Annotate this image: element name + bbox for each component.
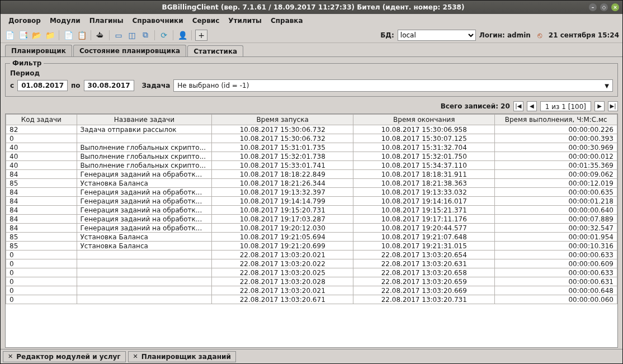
window-blue-icon[interactable]: ▭ — [113, 30, 124, 41]
cell: 10.08.2017 15:34:37.110 — [353, 161, 495, 170]
add-tab-button[interactable]: + — [195, 30, 207, 41]
from-date-input[interactable]: 01.08.2017 — [17, 80, 68, 91]
cell: Генерация заданий на обработк... — [77, 224, 212, 233]
menu-directories[interactable]: Справочники — [129, 16, 187, 26]
tab-planner[interactable]: Планировщик — [5, 45, 72, 56]
table-row[interactable]: 022.08.2017 13:03:20.02522.08.2017 13:03… — [6, 268, 617, 277]
table-row[interactable]: 84Генерация заданий на обработк...10.08.… — [6, 197, 617, 206]
page-next-button[interactable]: ▶ — [594, 101, 605, 111]
menu-utilities[interactable]: Утилиты — [225, 16, 265, 26]
table-row[interactable]: 85Установка Баланса10.08.2017 19:21:05.6… — [6, 233, 617, 242]
cell: Выполнение глобальных скрипто... — [77, 152, 212, 161]
table-row[interactable]: 82Задача отправки рассылок10.08.2017 15:… — [6, 125, 617, 134]
cell: 10.08.2017 19:13:32.397 — [212, 188, 353, 197]
cell: 85 — [6, 233, 77, 242]
cell: 10.08.2017 19:21:05.694 — [212, 233, 353, 242]
cell: 00:00:12.019 — [495, 179, 617, 188]
table-row[interactable]: 022.08.2017 13:03:20.67122.08.2017 13:03… — [6, 295, 617, 304]
col-task-id[interactable]: Код задачи — [6, 115, 77, 125]
col-duration[interactable]: Время выполнения, Ч:М:С.мс — [495, 115, 617, 125]
cell: 10.08.2017 15:31:01.735 — [212, 143, 353, 152]
minimize-button[interactable]: – — [589, 3, 597, 11]
cell: 0 — [6, 259, 77, 268]
cell: Установка Баланса — [77, 179, 212, 188]
db-select[interactable]: local — [398, 30, 476, 41]
cell: 22.08.2017 13:03:20.028 — [212, 277, 353, 286]
tab-planner-state[interactable]: Состояние планировщика — [73, 45, 186, 56]
menu-modules[interactable]: Модули — [46, 16, 84, 26]
bottom-tab-planner[interactable]: ✕ Планировщик заданий — [128, 351, 236, 362]
table-body: 82Задача отправки рассылок10.08.2017 15:… — [6, 125, 617, 304]
table-row[interactable]: 022.08.2017 13:03:20.02122.08.2017 13:03… — [6, 286, 617, 295]
table-row[interactable]: 010.08.2017 15:30:06.73210.08.2017 15:30… — [6, 134, 617, 143]
cell: 00:00:01.218 — [495, 197, 617, 206]
cell: Установка Баланса — [77, 242, 212, 250]
close-icon[interactable]: ✕ — [133, 353, 138, 360]
page-prev-button[interactable]: ◀ — [527, 101, 537, 111]
col-end-time[interactable]: Время окончания — [353, 115, 495, 125]
col-start-time[interactable]: Время запуска — [212, 115, 353, 125]
table-row[interactable]: 022.08.2017 13:03:20.02822.08.2017 13:03… — [6, 277, 617, 286]
user-icon[interactable]: 👤 — [177, 30, 188, 41]
tab-statistics[interactable]: Статистика — [187, 45, 243, 57]
task-select[interactable]: Не выбрано (id = -1) ▼ — [173, 79, 613, 92]
cell: Генерация заданий на обработк... — [77, 188, 212, 197]
file-copy-icon[interactable]: 📋 — [76, 30, 87, 41]
menu-help[interactable]: Справка — [267, 16, 306, 26]
cell: 0 — [6, 277, 77, 286]
cell: 10.08.2017 19:14:14.799 — [212, 197, 353, 206]
page-first-button[interactable]: |◀ — [513, 101, 523, 111]
menu-service[interactable]: Сервис — [189, 16, 223, 26]
table-row[interactable]: 40Выполнение глобальных скрипто...10.08.… — [6, 143, 617, 152]
file-arrow-icon[interactable]: 📄 — [63, 30, 74, 41]
table-row[interactable]: 022.08.2017 13:03:20.02222.08.2017 13:03… — [6, 259, 617, 268]
table-row[interactable]: 40Выполнение глобальных скрипто...10.08.… — [6, 161, 617, 170]
table-row[interactable]: 84Генерация заданий на обработк...10.08.… — [6, 224, 617, 233]
titlebar: BGBillingClient (вер. 7.1.61 / 18.09.201… — [1, 1, 622, 14]
cell: 82 — [6, 125, 77, 134]
window-new-icon[interactable]: ◫ — [126, 30, 138, 41]
table-row[interactable]: 85Установка Баланса10.08.2017 18:21:26.3… — [6, 179, 617, 188]
page-indicator[interactable]: 1 из 1 [100] — [540, 101, 591, 111]
window-tile-icon[interactable]: ⧉ — [140, 30, 151, 41]
table-row[interactable]: 84Генерация заданий на обработк...10.08.… — [6, 215, 617, 224]
menu-plugins[interactable]: Плагины — [86, 16, 127, 26]
table-row[interactable]: 022.08.2017 13:03:20.02122.08.2017 13:03… — [6, 250, 617, 259]
cell: 84 — [6, 206, 77, 215]
cell: 10.08.2017 15:33:01.741 — [212, 161, 353, 170]
table-row[interactable]: 40Выполнение глобальных скрипто...10.08.… — [6, 152, 617, 161]
pager: Всего записей: 20 |◀ ◀ 1 из 1 [100] ▶ ▶| — [5, 101, 618, 111]
table-row[interactable]: 85Установка Баланса10.08.2017 19:21:20.6… — [6, 242, 617, 250]
table-scroll[interactable]: Код задачи Название задачи Время запуска… — [5, 114, 618, 348]
maximize-button[interactable]: ◇ — [600, 3, 608, 11]
menu-contract[interactable]: Договор — [5, 16, 44, 26]
copy-icon[interactable]: 📑 — [17, 30, 29, 41]
table-row[interactable]: 84Генерация заданий на обработк...10.08.… — [6, 206, 617, 215]
cell — [77, 268, 212, 277]
cell: 40 — [6, 143, 77, 152]
close-icon[interactable]: ✕ — [8, 353, 13, 360]
col-task-name[interactable]: Название задачи — [77, 115, 212, 125]
to-date-input[interactable]: 30.08.2017 — [84, 80, 134, 91]
total-records-label: Всего записей: 20 — [441, 102, 510, 110]
cell: 00:00:07.889 — [495, 215, 617, 224]
refresh-icon[interactable]: ⟳ — [158, 30, 169, 41]
toolbar: 📄 📑 📂 📁 📄 📋 ⛴ ▭ ◫ ⧉ ⟳ 👤 + БД: local Логи… — [1, 27, 622, 43]
folder-icon[interactable]: 📁 — [44, 30, 55, 41]
close-button[interactable]: × — [611, 3, 619, 11]
table-row[interactable]: 84Генерация заданий на обработк...10.08.… — [6, 170, 617, 179]
open-folder-icon[interactable]: 📂 — [31, 30, 42, 41]
window-title: BGBillingClient (вер. 7.1.61 / 18.09.201… — [37, 3, 589, 11]
bottom-tab-editor[interactable]: ✕ Редактор модулей и услуг — [3, 351, 126, 362]
cell: 10.08.2017 19:15:20.731 — [212, 206, 353, 215]
db-label: БД: — [380, 31, 394, 39]
ship-icon[interactable]: ⛴ — [95, 30, 106, 41]
new-doc-icon[interactable]: 📄 — [4, 30, 15, 41]
cell — [77, 134, 212, 143]
cell: 22.08.2017 13:03:20.659 — [353, 277, 495, 286]
page-last-button[interactable]: ▶| — [608, 101, 618, 111]
cell: 10.08.2017 19:20:44.577 — [353, 224, 495, 233]
cell — [77, 259, 212, 268]
exit-icon[interactable]: ⎋ — [534, 30, 545, 41]
table-row[interactable]: 84Генерация заданий на обработк...10.08.… — [6, 188, 617, 197]
